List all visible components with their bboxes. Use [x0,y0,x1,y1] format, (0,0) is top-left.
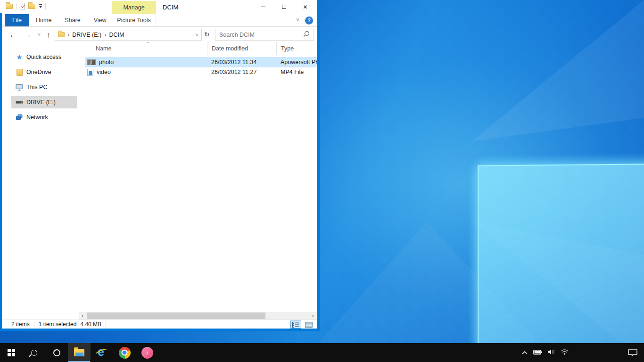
details-view-button[interactable] [290,321,301,329]
breadcrumb-chevron-icon: › [67,31,69,38]
this-pc-monitor-icon [16,83,23,91]
onedrive-folder-icon [16,68,23,76]
quick-access-toolbar [6,3,46,9]
address-dropdown-chevron-icon[interactable]: ˅ [196,32,198,38]
taskbar-internet-explorer-button[interactable]: e [91,343,113,362]
items-count: 2 items [11,321,30,328]
taskbar-file-explorer-button[interactable] [68,343,91,362]
breadcrumb-drive[interactable]: DRIVE (E:) [72,32,101,38]
file-type: MP4 File [276,69,317,75]
search-icon [31,350,37,356]
column-header-date-modified[interactable]: Date modified [207,42,276,55]
window-title: DCIM [163,4,178,11]
sidebar-item-onedrive[interactable]: OneDrive [0,65,79,80]
breadcrumb-chevron-icon: › [104,31,106,38]
window-border [0,329,320,331]
separator [106,321,106,328]
titlebar[interactable]: Manage DCIM ✕ [0,0,317,14]
maximize-button[interactable] [273,0,295,14]
address-bar[interactable]: › DRIVE (E:) › DCIM ˅ [55,29,202,41]
search-placeholder: Search DCIM [219,32,255,38]
file-rows: photo 26/03/2012 11:34 Apowersoft Pho vi… [79,57,317,77]
file-name: photo [99,59,114,66]
search-input[interactable]: Search DCIM [215,29,314,41]
horizontal-scrollbar[interactable]: ‹ › [79,312,317,320]
file-explorer-icon [74,349,84,356]
address-row: ← → ˅ ↑ › DRIVE (E:) › DCIM ˅ ↻ Search D… [0,27,317,42]
desktop: Manage DCIM ✕ File Home Share View Pictu… [0,0,644,362]
volume-icon[interactable] [547,348,555,357]
taskbar: e ♪ [0,343,644,362]
column-header-name[interactable]: Name [85,42,207,55]
status-bar: 2 items 1 item selected 4.40 MB [0,320,317,329]
scroll-right-arrow-icon[interactable]: › [309,312,317,320]
taskbar-search-button[interactable] [23,343,45,362]
cortana-button[interactable] [45,343,68,362]
scroll-left-arrow-icon[interactable]: ‹ [79,312,87,320]
location-folder-icon [58,32,65,37]
column-header-type[interactable]: Type [276,42,317,55]
up-button[interactable]: ↑ [43,29,54,40]
windows-logo [403,122,518,244]
back-button[interactable]: ← [8,29,18,40]
taskbar-itunes-button[interactable]: ♪ [136,343,158,362]
customize-qat-button[interactable] [39,4,42,8]
file-name: video [97,69,111,75]
view-toggles [290,321,314,329]
selection-size: 4.40 MB [80,321,101,328]
system-tray [521,343,569,362]
mp4-video-file-icon [87,69,93,76]
network-computers-icon [16,114,23,121]
sidebar-item-drive-e[interactable]: DRIVE (E:) [0,95,79,110]
close-button[interactable]: ✕ [295,0,316,14]
minimize-button[interactable] [252,0,273,14]
taskbar-chrome-button[interactable] [113,343,136,362]
properties-button[interactable] [20,3,25,9]
file-type: Apowersoft Pho [276,59,317,66]
sort-ascending-icon: ^ [147,42,149,46]
sidebar-item-network[interactable]: Network [0,110,79,125]
battery-icon[interactable] [533,348,542,357]
file-list-pane: ^ Name Date modified Type photo 26/03/20… [79,42,317,312]
tab-share[interactable]: Share [58,14,87,26]
forward-button[interactable]: → [23,29,33,40]
help-icon[interactable]: ? [305,16,313,25]
expand-ribbon-chevron-icon[interactable]: ˅ [296,17,299,24]
new-folder-button[interactable] [28,4,35,9]
scrollbar-thumb[interactable] [87,313,265,319]
itunes-icon: ♪ [141,347,153,359]
manage-contextual-group[interactable]: Manage [112,1,156,14]
file-row-photo[interactable]: photo 26/03/2012 11:34 Apowersoft Pho [85,57,317,67]
ribbon-tab-row: File Home Share View Picture Tools ˅ ? [0,14,317,27]
removable-drive-icon [16,99,23,106]
quick-access-star-icon: ★ [16,53,23,61]
search-icon[interactable] [303,31,310,39]
large-icons-view-button[interactable] [303,321,314,329]
tab-picture-tools[interactable]: Picture Tools [112,14,156,26]
action-center-button[interactable] [628,343,637,362]
photo-thumbnail-icon [87,59,96,65]
file-explorer-window: Manage DCIM ✕ File Home Share View Pictu… [0,0,317,329]
file-row-video[interactable]: video 26/03/2012 11:27 MP4 File [85,67,317,78]
column-headers: ^ Name Date modified Type [85,42,317,55]
internet-explorer-icon: e [96,346,108,359]
tab-home[interactable]: Home [29,14,58,26]
wifi-icon[interactable] [561,348,569,357]
start-button[interactable] [0,343,23,362]
sidebar-item-this-pc[interactable]: This PC [0,80,79,95]
show-hidden-icons-chevron-icon[interactable] [521,348,528,357]
explorer-window-icon [6,4,13,9]
separator [16,3,17,9]
sidebar-item-quick-access[interactable]: ★ Quick access [0,49,79,65]
file-date-modified: 26/03/2012 11:34 [207,59,276,66]
tab-view[interactable]: View [87,14,113,26]
window-border [0,13,2,329]
tab-file[interactable]: File [5,14,29,26]
chrome-icon [119,347,131,359]
cortana-circle-icon [53,349,60,356]
separator [45,3,46,9]
refresh-icon[interactable]: ↻ [204,31,210,38]
minimize-icon [261,7,265,7]
recent-locations-chevron-icon[interactable]: ˅ [34,29,44,40]
breadcrumb-dcim[interactable]: DCIM [109,32,124,38]
